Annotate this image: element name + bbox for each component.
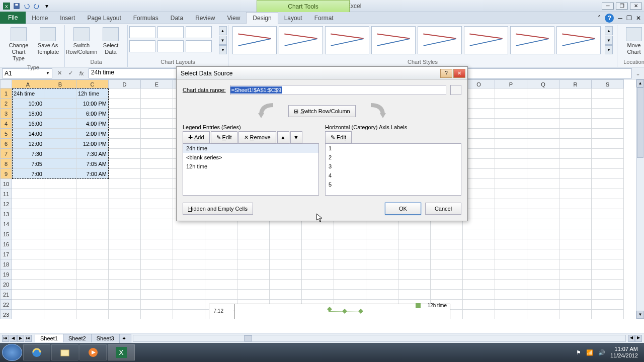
sheet-tab[interactable]: Sheet1 (35, 334, 63, 342)
cell[interactable] (141, 149, 173, 159)
cell[interactable] (141, 209, 173, 219)
cell[interactable] (302, 249, 334, 259)
style-thumb[interactable] (510, 26, 554, 54)
cell[interactable] (141, 229, 173, 239)
tab-home[interactable]: Home (26, 13, 54, 24)
cell[interactable]: 12:00 PM (76, 139, 109, 149)
cell[interactable] (527, 199, 559, 209)
row-header[interactable]: 15 (0, 229, 12, 239)
cell[interactable] (205, 290, 237, 300)
cell[interactable] (205, 249, 237, 259)
cell[interactable] (44, 99, 76, 109)
cell[interactable] (592, 290, 624, 300)
cell[interactable] (366, 249, 398, 259)
cell[interactable] (398, 239, 431, 249)
cell[interactable] (141, 239, 173, 249)
cell[interactable] (141, 139, 173, 149)
cell[interactable] (592, 259, 624, 269)
cell[interactable] (559, 149, 592, 159)
switch-row-column-button[interactable]: ⊞Switch Row/ColumnSwitch Row/Column (288, 105, 355, 117)
cell[interactable] (559, 209, 592, 219)
cell[interactable] (141, 290, 173, 300)
cell[interactable] (109, 129, 141, 139)
tab-formulas[interactable]: Formulas (127, 13, 165, 24)
cell[interactable] (44, 209, 76, 219)
cell[interactable] (495, 169, 527, 179)
style-thumb[interactable] (232, 26, 277, 54)
cell[interactable] (527, 310, 559, 319)
task-excel-icon[interactable]: X (108, 344, 135, 360)
cell[interactable] (527, 290, 559, 300)
tab-design[interactable]: Design (246, 12, 278, 24)
expand-formula-icon[interactable]: ⌄ (634, 70, 642, 77)
cell[interactable] (559, 179, 592, 189)
cell[interactable] (592, 310, 624, 319)
start-button[interactable] (2, 344, 22, 361)
save-as-template-button[interactable]: Save As Template (35, 26, 60, 56)
task-media-icon[interactable] (79, 344, 107, 360)
list-item[interactable]: 4 (326, 171, 461, 180)
cell[interactable] (76, 229, 109, 239)
cell[interactable] (109, 219, 141, 229)
cell[interactable] (431, 249, 463, 259)
cell[interactable] (592, 219, 624, 229)
excel-icon[interactable]: X (2, 2, 11, 11)
cell[interactable] (270, 269, 302, 280)
cell[interactable] (109, 139, 141, 149)
list-item[interactable]: 24h time (183, 144, 318, 153)
list-item[interactable]: <blank series> (183, 153, 318, 162)
cell[interactable] (109, 109, 141, 119)
move-up-button[interactable]: ▲ (277, 131, 289, 143)
cell[interactable] (559, 109, 592, 119)
cell[interactable] (431, 239, 463, 249)
tab-data[interactable]: Data (165, 13, 189, 24)
cell[interactable] (76, 300, 109, 310)
row-header[interactable]: 6 (0, 139, 12, 149)
cell[interactable] (44, 310, 76, 319)
list-item[interactable]: 1 (326, 144, 461, 153)
cell[interactable] (302, 290, 334, 300)
cell[interactable] (592, 300, 624, 310)
save-icon[interactable] (12, 2, 21, 11)
cell[interactable] (527, 249, 559, 259)
cell[interactable] (141, 179, 173, 189)
edit-series-button[interactable]: ✎EditEdit (211, 131, 237, 143)
cell[interactable] (12, 199, 44, 209)
sheet-tab[interactable]: Sheet3 (91, 334, 120, 342)
cell[interactable] (592, 199, 624, 209)
cell[interactable] (270, 280, 302, 290)
cell[interactable] (12, 280, 44, 290)
cell[interactable] (12, 259, 44, 269)
cell[interactable] (527, 229, 559, 239)
scroll-up-icon[interactable]: ▲ (636, 79, 644, 87)
cell[interactable] (205, 259, 237, 269)
cell[interactable] (44, 249, 76, 259)
cell[interactable] (463, 269, 495, 280)
cell[interactable] (495, 88, 527, 99)
cell[interactable] (109, 119, 141, 129)
scroll-thumb[interactable] (244, 335, 252, 341)
cell[interactable] (495, 310, 527, 319)
tab-layout[interactable]: Layout (278, 13, 308, 24)
cell[interactable] (463, 259, 495, 269)
cell[interactable] (592, 139, 624, 149)
tray-volume-icon[interactable]: 🔊 (598, 349, 605, 356)
cell[interactable] (495, 209, 527, 219)
cell[interactable] (173, 259, 205, 269)
cell[interactable] (495, 290, 527, 300)
cell[interactable] (12, 179, 44, 189)
cell[interactable] (76, 239, 109, 249)
cell[interactable] (12, 300, 44, 310)
cell[interactable] (527, 88, 559, 99)
tab-format[interactable]: Format (308, 13, 340, 24)
cell[interactable] (527, 119, 559, 129)
cell[interactable] (12, 239, 44, 249)
cell[interactable] (12, 229, 44, 239)
minimize-button[interactable]: ─ (602, 3, 614, 10)
column-header[interactable]: R (559, 79, 592, 88)
list-item[interactable]: 5 (326, 180, 461, 189)
cell[interactable] (559, 249, 592, 259)
cell[interactable] (44, 290, 76, 300)
cell[interactable] (302, 280, 334, 290)
column-header[interactable]: Q (527, 79, 559, 88)
